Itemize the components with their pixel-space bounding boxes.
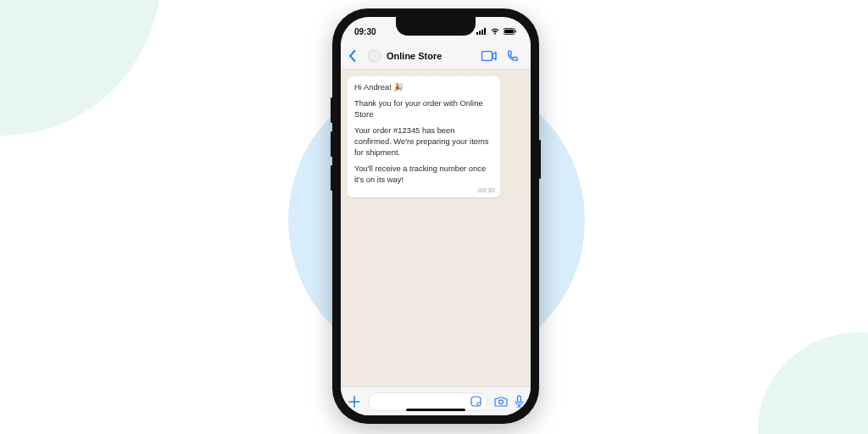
message-line: Thank you for your order with Online Sto…: [354, 98, 493, 120]
video-call-button[interactable]: [481, 51, 497, 61]
contact-name[interactable]: Online Store: [387, 51, 476, 61]
phone-screen: 09:30 Online Store: [341, 17, 531, 415]
chat-body[interactable]: Hi Andrea! 🎉 Thank you for your order wi…: [341, 70, 531, 387]
svg-rect-3: [484, 28, 486, 35]
chat-header: Online Store: [341, 42, 531, 70]
svg-rect-1: [479, 31, 481, 35]
message-line: Your order #12345 has been confirmed. We…: [354, 125, 493, 159]
camera-button[interactable]: [494, 396, 508, 407]
battery-icon: [504, 27, 517, 36]
status-indicators: [476, 27, 517, 36]
svg-rect-10: [518, 396, 521, 403]
plus-button[interactable]: [348, 395, 361, 409]
bg-shape-bottom-right: [758, 332, 868, 434]
message-time: 09:30: [478, 186, 495, 195]
phone-frame: 09:30 Online Store: [332, 8, 539, 424]
signal-icon: [476, 27, 487, 36]
svg-rect-8: [471, 397, 481, 406]
mic-button[interactable]: [515, 395, 524, 408]
voice-call-button[interactable]: [507, 50, 519, 62]
back-button[interactable]: [348, 50, 358, 62]
svg-rect-0: [476, 32, 478, 35]
svg-point-9: [499, 400, 504, 404]
notch: [396, 17, 476, 36]
message-bubble[interactable]: Hi Andrea! 🎉 Thank you for your order wi…: [348, 76, 500, 198]
contact-avatar[interactable]: [368, 49, 381, 63]
svg-rect-6: [515, 30, 516, 32]
bg-shape-top-left: [0, 0, 161, 136]
sticker-icon[interactable]: [470, 396, 481, 407]
svg-rect-5: [504, 29, 514, 33]
message-line: You'll receive a tracking number once it…: [354, 164, 493, 186]
home-indicator[interactable]: [406, 409, 465, 411]
status-time: 09:30: [354, 27, 376, 36]
svg-rect-2: [481, 30, 483, 35]
message-line: Hi Andrea! 🎉: [354, 82, 493, 93]
wifi-icon: [490, 27, 500, 36]
svg-rect-7: [482, 51, 492, 60]
